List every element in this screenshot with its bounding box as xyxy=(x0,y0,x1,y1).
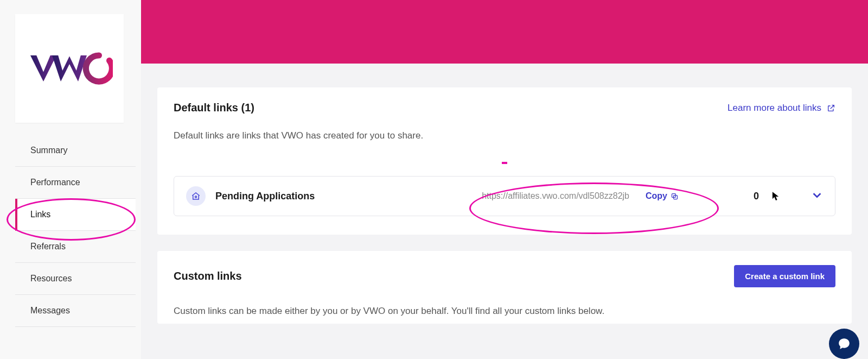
sidebar-item-label: Resources xyxy=(30,274,72,283)
learn-more-link[interactable]: Learn more about links xyxy=(727,103,835,114)
sidebar-item-resources[interactable]: Resources xyxy=(15,263,136,295)
house-icon xyxy=(186,186,206,206)
link-url: https://affiliates.vwo.com/vdl508zz82jb xyxy=(482,191,629,201)
create-custom-link-button[interactable]: Create a custom link xyxy=(734,265,835,287)
copy-button[interactable]: Copy xyxy=(646,191,679,201)
sidebar: Summary Performance Links Referrals Reso… xyxy=(0,0,141,359)
external-link-icon xyxy=(827,104,835,112)
sidebar-item-label: Summary xyxy=(30,146,67,155)
custom-links-description: Custom links can be made either by you o… xyxy=(174,304,608,318)
cursor-icon xyxy=(772,191,780,201)
default-links-panel: Default links (1) Learn more about links… xyxy=(157,87,852,235)
sidebar-item-label: Referrals xyxy=(30,242,66,251)
chevron-down-icon xyxy=(811,189,823,201)
sidebar-item-label: Links xyxy=(30,210,50,219)
sidebar-item-performance[interactable]: Performance xyxy=(15,167,136,199)
panel-header: Custom links Create a custom link xyxy=(174,265,835,287)
sidebar-item-label: Performance xyxy=(30,178,80,187)
link-referral-count: 0 xyxy=(754,191,759,202)
svg-point-0 xyxy=(195,196,197,198)
vwo-logo-icon xyxy=(26,47,113,90)
decorative-dash xyxy=(502,162,507,164)
expand-chevron[interactable] xyxy=(811,189,823,203)
sidebar-item-messages[interactable]: Messages xyxy=(15,295,136,327)
sidebar-item-links[interactable]: Links xyxy=(15,199,136,231)
copy-icon xyxy=(671,192,679,200)
link-name: Pending Applications xyxy=(215,191,378,202)
copy-label: Copy xyxy=(646,191,667,201)
custom-links-panel: Custom links Create a custom link Custom… xyxy=(157,251,852,324)
sidebar-item-label: Messages xyxy=(30,306,70,315)
sidebar-nav: Summary Performance Links Referrals Reso… xyxy=(15,135,136,327)
panel-header: Default links (1) Learn more about links xyxy=(174,102,835,114)
main-content: Default links (1) Learn more about links… xyxy=(141,0,868,359)
sidebar-item-summary[interactable]: Summary xyxy=(15,135,136,167)
default-links-title: Default links (1) xyxy=(174,102,254,114)
default-link-row[interactable]: Pending Applications https://affiliates.… xyxy=(174,176,835,216)
learn-more-label: Learn more about links xyxy=(727,103,821,114)
sidebar-item-referrals[interactable]: Referrals xyxy=(15,231,136,263)
chat-icon xyxy=(837,337,851,351)
custom-links-title: Custom links xyxy=(174,270,242,282)
chat-widget-button[interactable] xyxy=(829,329,859,359)
default-links-description: Default links are links that VWO has cre… xyxy=(174,130,835,141)
brand-logo-card xyxy=(15,14,124,123)
